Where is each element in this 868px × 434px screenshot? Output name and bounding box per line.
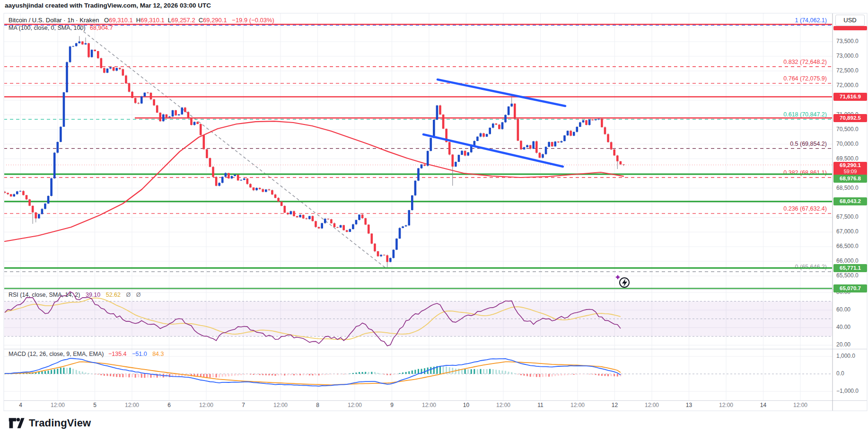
candle-body	[88, 43, 90, 57]
axis-tick-label: 40.00	[836, 324, 850, 330]
macd-pane[interactable]	[4, 358, 833, 386]
candle-body	[510, 104, 513, 106]
fib-label-0.764: 0.764 (72,075.9)	[783, 75, 827, 82]
candle-body	[131, 92, 133, 98]
candle-body	[32, 206, 34, 213]
candle-body	[380, 255, 382, 256]
candle-body	[296, 216, 298, 217]
price-level-badge	[833, 26, 867, 30]
candle-body	[172, 110, 174, 116]
candle-body	[470, 146, 473, 152]
candle-body	[504, 115, 507, 123]
candle-body	[501, 122, 504, 129]
axis-tick-label: 68,500.0	[836, 185, 859, 191]
quick-trade-icon[interactable]	[615, 275, 629, 288]
tradingview-logo-mark	[9, 416, 25, 430]
ma100-line[interactable]	[5, 121, 623, 241]
candle-body	[324, 219, 326, 223]
candle-body	[411, 195, 413, 210]
candle-body	[349, 229, 351, 232]
fib-label-1: 1 (74,062.1)	[795, 17, 827, 24]
candle-body	[495, 124, 498, 124]
candle-body	[262, 189, 264, 192]
candle-body	[336, 227, 339, 228]
rsi-indicator-label[interactable]: RSI (14, close, SMA, 14, 2) 39.10 52.62 …	[9, 292, 140, 298]
candle-body	[598, 119, 600, 120]
candle-body	[433, 120, 435, 138]
candle-body	[53, 153, 56, 178]
candle-body	[305, 219, 307, 219]
tradingview-logo-text: TradingView	[29, 417, 91, 429]
candle-body	[548, 142, 550, 147]
currency-selector[interactable]: USD	[835, 15, 865, 26]
macd-line-value: −51.0	[132, 351, 147, 357]
candle-body	[355, 220, 358, 224]
ma-name: MA (100, close, 0, SMA, 100)	[9, 25, 86, 31]
candle-body	[371, 233, 373, 243]
candle-body	[455, 162, 457, 167]
symbol-title: Bitcoin / U.S. Dollar · 1h · Kraken	[9, 17, 99, 24]
candle-body	[203, 135, 205, 149]
candle-body	[13, 194, 15, 196]
candle-body	[287, 213, 289, 214]
axis-tick-label: 12:00	[348, 402, 362, 408]
candle-body	[529, 145, 532, 149]
price-pane[interactable]: 1 (74,062.1)0.832 (72,648.2)0.764 (72,07…	[4, 17, 833, 288]
candle-body	[352, 224, 354, 229]
rsi-pane[interactable]	[4, 292, 833, 346]
candle-body	[44, 204, 46, 209]
candle-body	[113, 67, 115, 71]
candle-body	[402, 226, 404, 228]
axis-tick-label: 12:00	[199, 402, 213, 408]
tradingview-logo[interactable]: TradingView	[9, 416, 91, 430]
axis-tick-label: 12:00	[51, 402, 65, 408]
fib-label-0.5: 0.5 (69,854.2)	[790, 141, 827, 147]
candle-body	[579, 122, 581, 126]
macd-indicator-label[interactable]: MACD (12, 26, close, 9, EMA, EMA) −135.4…	[9, 351, 164, 357]
candle-body	[206, 149, 208, 158]
candle-body	[60, 127, 62, 142]
candle-body	[137, 103, 140, 104]
axis-tick-label: 6	[167, 402, 171, 408]
candle-body	[383, 255, 386, 255]
axis-tick-label: 7	[242, 402, 245, 408]
blue-lower[interactable]	[423, 134, 563, 167]
candle-body	[333, 223, 336, 227]
axis-tick-label: 12:00	[496, 402, 510, 408]
candle-body	[66, 62, 68, 92]
price-level-badge: 68,976.8	[833, 175, 867, 183]
candle-body	[389, 258, 392, 262]
candle-body	[81, 42, 84, 44]
axis-tick-label: 66,500.0	[836, 243, 859, 249]
candle-body	[22, 191, 25, 195]
candle-body	[508, 106, 510, 115]
candle-body	[342, 225, 345, 230]
ma-indicator-label[interactable]: MA (100, close, 0, SMA, 100) 68,904.7	[9, 25, 113, 31]
candle-body	[436, 106, 438, 120]
candle-body	[377, 251, 379, 257]
fib-retracement[interactable]: 1 (74,062.1)0.832 (72,648.2)0.764 (72,07…	[4, 17, 833, 272]
candle-body	[228, 173, 230, 178]
current-price-badge: 69,290.159:09	[833, 162, 867, 176]
candle-body	[399, 228, 401, 239]
candle-body	[246, 178, 249, 184]
candle-body	[361, 214, 364, 218]
ohlc-key: H	[136, 17, 140, 24]
candle-body	[588, 120, 591, 125]
candle-body	[10, 194, 12, 196]
axis-tick-label: 12:00	[125, 402, 139, 408]
price-level-badge: 65,771.1	[833, 264, 867, 272]
axis-tick-label: 9	[390, 402, 394, 408]
candle-body	[364, 218, 367, 225]
candle-body	[476, 137, 479, 141]
candle-body	[255, 188, 258, 190]
candle-body	[613, 150, 615, 156]
candle-body	[184, 107, 186, 112]
macd-hist-value: −135.4	[108, 351, 127, 357]
chart-canvas[interactable]: 1 (74,062.1)0.832 (72,648.2)0.764 (72,07…	[0, 0, 868, 434]
ohlc-value: 69,310.1	[109, 17, 133, 24]
candle-body	[56, 142, 59, 153]
candle-body	[448, 142, 451, 154]
candle-body	[196, 122, 199, 124]
symbol-header[interactable]: Bitcoin / U.S. Dollar · 1h · Kraken O69,…	[9, 17, 274, 24]
